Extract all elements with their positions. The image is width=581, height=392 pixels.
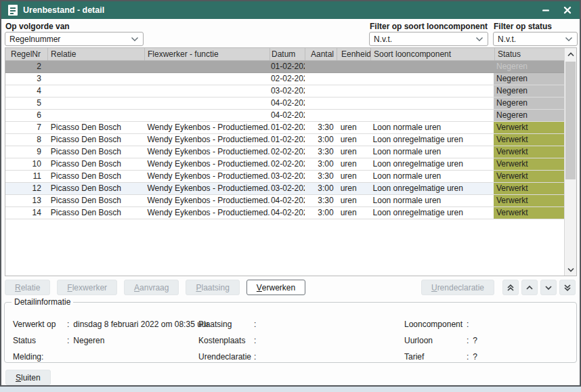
sort-select[interactable]: Regelnummer <box>5 32 144 46</box>
go-previous-button[interactable] <box>521 280 538 295</box>
go-next-button[interactable] <box>540 280 557 295</box>
detail-field: Urendeclaratie: <box>198 349 260 365</box>
column-header-eenheid[interactable]: Eenheid <box>337 48 371 60</box>
table-row[interactable]: 201-02-2022Negeren <box>5 61 564 73</box>
plaatsing-button[interactable]: Plaatsing <box>186 280 239 295</box>
column-header-datum[interactable]: Datum <box>270 48 305 60</box>
cell-looncomponent: Loon onregelmatige uren <box>370 134 494 146</box>
close-button[interactable] <box>562 5 573 16</box>
cell-status: Verwerkt <box>494 122 564 133</box>
detail-field-separator: : <box>254 320 256 329</box>
cell-datum: 01-02-2022 <box>270 134 305 146</box>
cell-nr: 2 <box>5 61 48 72</box>
cell-eenheid: uren <box>337 122 370 133</box>
table-row[interactable]: 403-02-2022Negeren <box>5 85 564 97</box>
cell-flexwerker: Wendy Eykenbos - Productiemed... <box>144 146 269 158</box>
cell-looncomponent <box>370 85 494 97</box>
table-row[interactable]: 504-02-2022Negeren <box>5 97 564 110</box>
cell-nr: 3 <box>5 73 48 85</box>
filter-looncomponent-label: Filter op soort looncomponent <box>370 22 488 31</box>
chevron-down-icon <box>131 35 139 44</box>
scroll-down-icon[interactable] <box>565 263 577 276</box>
cell-aantal <box>305 85 337 97</box>
cell-datum: 04-02-2022 <box>270 207 305 219</box>
table-row[interactable]: 604-02-2022Negeren <box>5 110 564 122</box>
scroll-up-icon[interactable] <box>564 48 576 61</box>
cell-flexwerker: Wendy Eykenbos - Productiemed... <box>144 158 269 170</box>
scrollbar-thumb[interactable] <box>565 62 576 179</box>
cell-eenheid: uren <box>337 171 370 182</box>
cell-looncomponent: Loon onregelmatige uren <box>370 158 494 170</box>
cell-looncomponent: Loon normale uren <box>370 195 494 206</box>
relatie-button[interactable]: Relatie <box>5 280 50 295</box>
cell-eenheid: uren <box>337 158 370 170</box>
cell-looncomponent <box>370 61 494 72</box>
verwerken-button[interactable]: Verwerken <box>246 280 305 295</box>
table-row[interactable]: 13Picasso Den BoschWendy Eykenbos - Prod… <box>5 195 564 207</box>
column-header-relatie[interactable]: Relatie <box>48 48 145 60</box>
action-buttons: RelatieFlexwerkerAanvraagPlaatsingVerwer… <box>5 280 305 295</box>
table-row[interactable]: 14Picasso Den BoschWendy Eykenbos - Prod… <box>5 207 564 219</box>
sort-select-value: Regelnummer <box>9 35 60 44</box>
cell-relatie: Picasso Den Bosch <box>48 195 145 206</box>
cell-relatie <box>48 97 145 109</box>
go-last-button[interactable] <box>559 280 576 295</box>
column-header-status[interactable]: Status <box>495 48 565 60</box>
cell-status: Negeren <box>494 97 564 109</box>
flexwerker-button[interactable]: Flexwerker <box>57 280 117 295</box>
cell-nr: 12 <box>5 183 48 194</box>
cell-looncomponent <box>370 73 494 85</box>
cell-eenheid: uren <box>337 146 370 158</box>
column-header-regelnr[interactable]: RegelNr <box>5 48 48 60</box>
detail-column-3: Looncomponent:Uurloon:?Tarief:? <box>404 316 477 365</box>
cell-status: Negeren <box>494 110 564 121</box>
dialog-window: Urenbestand - detail Op volgorde van Reg… <box>0 0 581 387</box>
column-header-flexwerker-functie[interactable]: Flexwerker - functie <box>145 48 270 60</box>
table-body: 201-02-2022Negeren302-02-2022Negeren403-… <box>5 61 564 276</box>
cell-looncomponent <box>370 97 494 109</box>
cell-nr: 9 <box>5 146 48 158</box>
table-row[interactable]: 9Picasso Den BoschWendy Eykenbos - Produ… <box>5 146 564 158</box>
cell-datum: 04-02-2022 <box>270 110 305 121</box>
minimize-button[interactable] <box>540 5 551 16</box>
cell-nr: 7 <box>5 122 48 133</box>
table-row[interactable]: 8Picasso Den BoschWendy Eykenbos - Produ… <box>5 134 564 146</box>
table-row[interactable]: 12Picasso Den BoschWendy Eykenbos - Prod… <box>5 183 564 195</box>
detail-field-value: dinsdag 8 februari 2022 om 08:35 uur <box>73 320 209 329</box>
cell-nr: 6 <box>5 110 48 121</box>
cell-looncomponent: Loon onregelmatige uren <box>370 183 494 194</box>
aanvraag-button[interactable]: Aanvraag <box>124 280 179 295</box>
sluiten-button[interactable]: Sluiten <box>5 370 51 385</box>
cell-datum: 03-02-2022 <box>270 183 305 194</box>
detail-field-label: Looncomponent <box>404 320 467 329</box>
table-row[interactable]: 7Picasso Den BoschWendy Eykenbos - Produ… <box>5 122 564 134</box>
chevron-down-icon <box>475 35 483 44</box>
detail-field: Tarief:? <box>404 349 477 365</box>
filter-status-select[interactable]: N.v.t. <box>493 32 578 46</box>
cell-aantal <box>305 61 337 72</box>
cell-relatie <box>48 61 145 72</box>
cell-datum: 03-02-2022 <box>270 85 305 97</box>
detail-legend: Detailinformatie <box>12 297 73 307</box>
cell-looncomponent: Loon normale uren <box>370 146 494 158</box>
table-row[interactable]: 302-02-2022Negeren <box>5 73 564 85</box>
table-row[interactable]: 10Picasso Den BoschWendy Eykenbos - Prod… <box>5 158 564 171</box>
detail-field-separator: : <box>67 336 69 345</box>
sort-label: Op volgorde van <box>5 22 70 31</box>
detail-field-label: Tarief <box>404 352 467 362</box>
detail-column-1: Verwerkt op:dinsdag 8 februari 2022 om 0… <box>13 316 209 365</box>
detail-field-separator: : <box>467 352 469 362</box>
filter-looncomponent-select[interactable]: N.v.t. <box>369 32 488 46</box>
column-header-aantal[interactable]: Aantal <box>305 48 337 60</box>
go-first-button[interactable] <box>502 280 519 295</box>
cell-datum: 04-02-2022 <box>270 195 305 206</box>
table-scrollbar[interactable] <box>564 61 576 276</box>
urendeclaratie-button[interactable]: Urendeclaratie <box>421 280 494 295</box>
detail-field-label: Urendeclaratie <box>198 352 254 362</box>
table-row[interactable]: 11Picasso Den BoschWendy Eykenbos - Prod… <box>5 171 564 183</box>
column-header-soort-looncomponent[interactable]: Soort looncomponent <box>371 48 495 60</box>
cell-status: Verwerkt <box>494 195 564 206</box>
detail-field: Uurloon:? <box>404 332 477 349</box>
cell-aantal: 3:00 <box>305 134 337 146</box>
cell-flexwerker <box>144 110 269 121</box>
